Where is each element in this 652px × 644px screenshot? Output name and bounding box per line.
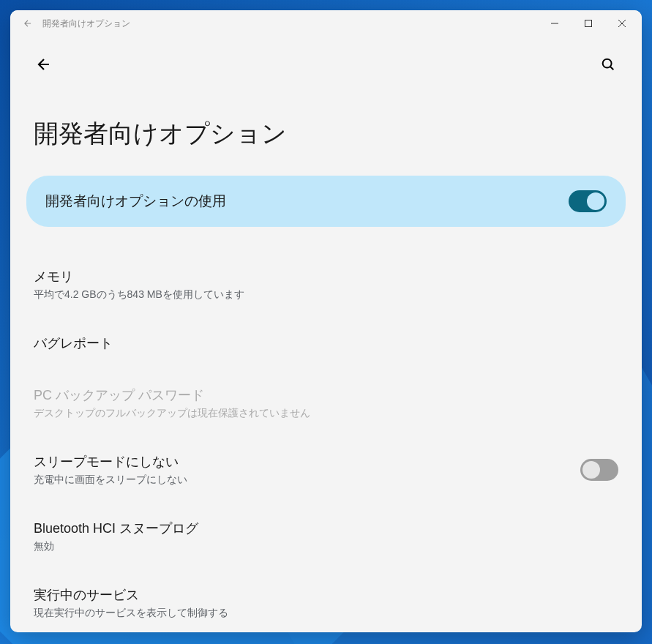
content-scroll[interactable]: 開発者向けオプション 開発者向けオプションの使用 メモリ 平均で4.2 GBのう…	[10, 37, 642, 632]
row-bugreport[interactable]: バグレポート	[34, 323, 618, 364]
developer-options-toggle[interactable]	[569, 190, 607, 212]
stay-awake-toggle[interactable]	[580, 459, 618, 481]
row-services-sub: 現在実行中のサービスを表示して制御する	[34, 607, 618, 620]
row-bluetooth-hci[interactable]: Bluetooth HCI スヌープログ 無効	[34, 508, 618, 564]
row-memory-title: メモリ	[34, 267, 618, 287]
row-backup-title: PC バックアップ パスワード	[34, 386, 618, 405]
row-running-services[interactable]: 実行中のサービス 現在実行中のサービスを表示して制御する	[34, 574, 618, 631]
row-backup-password: PC バックアップ パスワード デスクトップのフルバックアップは現在保護されてい…	[34, 375, 618, 431]
maximize-button[interactable]	[572, 12, 605, 35]
row-stay-awake-title: スリープモードにしない	[34, 452, 580, 472]
search-button[interactable]	[595, 51, 621, 78]
back-button[interactable]	[31, 51, 57, 78]
minimize-button[interactable]	[538, 12, 572, 35]
page-title: 開発者向けオプション	[10, 85, 642, 176]
close-button[interactable]	[605, 12, 639, 35]
app-window: 開発者向けオプション	[10, 10, 642, 632]
row-stay-awake[interactable]: スリープモードにしない 充電中に画面をスリープにしない	[34, 441, 618, 498]
svg-rect-0	[585, 20, 592, 27]
row-bluetooth-title: Bluetooth HCI スヌープログ	[34, 519, 618, 539]
appbar	[10, 37, 642, 85]
row-memory-sub: 平均で4.2 GBのうち843 MBを使用しています	[34, 288, 618, 302]
row-stay-awake-sub: 充電中に画面をスリープにしない	[34, 473, 580, 487]
developer-options-toggle-row[interactable]: 開発者向けオプションの使用	[26, 176, 626, 227]
row-bugreport-title: バグレポート	[34, 334, 618, 353]
row-backup-sub: デスクトップのフルバックアップは現在保護されていません	[34, 407, 618, 420]
row-memory[interactable]: メモリ 平均で4.2 GBのうち843 MBを使用しています	[34, 256, 618, 312]
row-services-title: 実行中のサービス	[34, 585, 618, 605]
titlebar-title: 開発者向けオプション	[42, 18, 130, 30]
titlebar: 開発者向けオプション	[10, 10, 642, 37]
row-bluetooth-sub: 無効	[34, 540, 618, 553]
developer-options-label: 開発者向けオプションの使用	[45, 192, 226, 211]
titlebar-back-button[interactable]	[19, 15, 37, 32]
svg-point-1	[603, 59, 612, 68]
